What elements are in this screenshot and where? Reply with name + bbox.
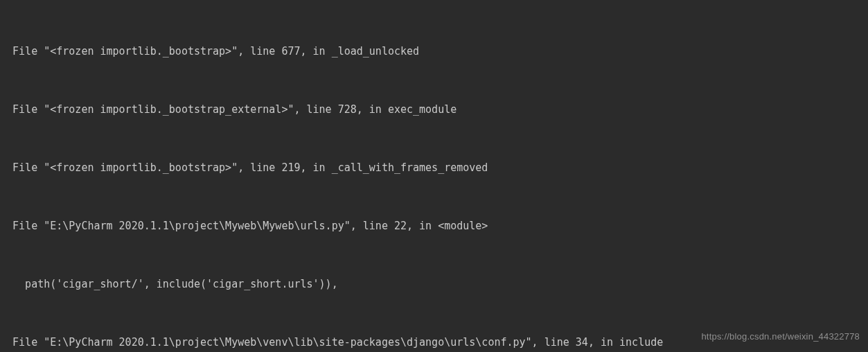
console-output[interactable]: File "<frozen importlib._bootstrap>", li… [0,0,868,352]
traceback-line: File "<frozen importlib._bootstrap>", li… [0,42,868,61]
traceback-line: File "E:\PyCharm 2020.1.1\project\Myweb\… [0,216,868,236]
watermark-text: https://blog.csdn.net/weixin_44322778 [701,327,860,346]
traceback-line: File "<frozen importlib._bootstrap_exter… [0,100,868,119]
traceback-line: File "<frozen importlib._bootstrap>", li… [0,158,868,177]
traceback-line: path('cigar_short/', include('cigar_shor… [0,274,868,294]
